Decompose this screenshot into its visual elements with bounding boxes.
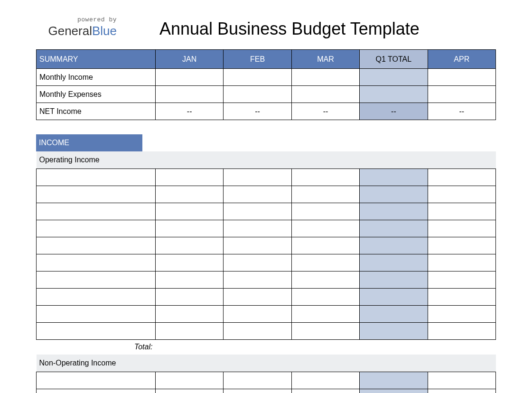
- cell[interactable]: [224, 372, 291, 389]
- cell[interactable]: [224, 203, 291, 220]
- cell[interactable]: [224, 186, 291, 203]
- cell[interactable]: [155, 220, 223, 237]
- logo-powered-text: powered by: [36, 16, 117, 23]
- cell[interactable]: [37, 168, 156, 186]
- cell[interactable]: [155, 69, 223, 86]
- cell[interactable]: [37, 271, 156, 288]
- cell[interactable]: [37, 237, 156, 254]
- cell-q[interactable]: [360, 220, 428, 237]
- cell[interactable]: [155, 186, 223, 203]
- cell-q[interactable]: [360, 372, 428, 389]
- cell[interactable]: [291, 186, 359, 203]
- cell[interactable]: [224, 305, 291, 322]
- cell[interactable]: [428, 288, 495, 305]
- cell[interactable]: [155, 305, 223, 322]
- cell-q[interactable]: [360, 86, 428, 103]
- page-title: Annual Business Budget Template: [131, 14, 496, 39]
- logo: powered by GeneralBlue: [36, 14, 117, 38]
- cell[interactable]: [37, 389, 156, 393]
- cell: --: [428, 103, 495, 120]
- cell[interactable]: [37, 203, 156, 220]
- table-row: [37, 305, 496, 322]
- cell[interactable]: [224, 69, 291, 86]
- cell[interactable]: [428, 220, 495, 237]
- cell[interactable]: [37, 254, 156, 271]
- cell[interactable]: [155, 322, 223, 339]
- table-row: [37, 254, 496, 271]
- table-row: [37, 372, 496, 389]
- cell[interactable]: [428, 389, 495, 393]
- cell[interactable]: [428, 254, 495, 271]
- cell[interactable]: [155, 168, 223, 186]
- cell[interactable]: [224, 237, 291, 254]
- cell[interactable]: [155, 86, 223, 103]
- cell[interactable]: [428, 271, 495, 288]
- col-feb: FEB: [224, 50, 291, 69]
- cell[interactable]: [37, 220, 156, 237]
- cell-q[interactable]: [360, 271, 428, 288]
- cell[interactable]: [291, 237, 359, 254]
- cell[interactable]: [291, 69, 359, 86]
- cell[interactable]: [291, 288, 359, 305]
- operating-income-heading: Operating Income: [37, 151, 496, 168]
- cell[interactable]: [224, 322, 291, 339]
- cell[interactable]: [224, 389, 291, 393]
- summary-row-net: NET Income -- -- -- -- --: [37, 103, 496, 120]
- cell[interactable]: [428, 69, 495, 86]
- table-row: [37, 203, 496, 220]
- cell-q[interactable]: [360, 237, 428, 254]
- cell[interactable]: [291, 220, 359, 237]
- cell[interactable]: [291, 372, 359, 389]
- cell[interactable]: [428, 186, 495, 203]
- table-row: [37, 220, 496, 237]
- cell-q[interactable]: [360, 69, 428, 86]
- cell-q[interactable]: [360, 186, 428, 203]
- cell[interactable]: [37, 322, 156, 339]
- cell[interactable]: [155, 288, 223, 305]
- cell[interactable]: [428, 168, 495, 186]
- cell[interactable]: [291, 305, 359, 322]
- cell[interactable]: [224, 168, 291, 186]
- cell[interactable]: [428, 237, 495, 254]
- cell-q[interactable]: [360, 322, 428, 339]
- cell[interactable]: [224, 288, 291, 305]
- cell[interactable]: [291, 389, 359, 393]
- non-operating-income-heading: Non-Operating Income: [37, 355, 496, 372]
- cell[interactable]: [155, 203, 223, 220]
- operating-total-row: Total:: [37, 339, 496, 355]
- cell[interactable]: [291, 271, 359, 288]
- cell[interactable]: [37, 288, 156, 305]
- cell[interactable]: [428, 372, 495, 389]
- cell[interactable]: [224, 254, 291, 271]
- cell-q[interactable]: [360, 389, 428, 393]
- cell: --: [291, 103, 359, 120]
- cell[interactable]: [224, 86, 291, 103]
- col-jan: JAN: [155, 50, 223, 69]
- cell[interactable]: [155, 271, 223, 288]
- cell-q[interactable]: [360, 203, 428, 220]
- row-label: NET Income: [37, 103, 156, 120]
- cell[interactable]: [155, 254, 223, 271]
- cell[interactable]: [291, 254, 359, 271]
- cell[interactable]: [291, 168, 359, 186]
- cell[interactable]: [155, 389, 223, 393]
- cell[interactable]: [224, 220, 291, 237]
- cell[interactable]: [291, 322, 359, 339]
- cell[interactable]: [37, 372, 156, 389]
- cell[interactable]: [291, 203, 359, 220]
- cell[interactable]: [37, 305, 156, 322]
- cell-q[interactable]: [360, 288, 428, 305]
- cell[interactable]: [37, 186, 156, 203]
- cell[interactable]: [291, 86, 359, 103]
- cell[interactable]: [155, 237, 223, 254]
- cell[interactable]: [224, 271, 291, 288]
- cell[interactable]: [428, 86, 495, 103]
- cell[interactable]: [428, 203, 495, 220]
- summary-row-expenses: Monthly Expenses: [37, 86, 496, 103]
- cell-q[interactable]: [360, 305, 428, 322]
- cell[interactable]: [155, 372, 223, 389]
- cell[interactable]: [428, 322, 495, 339]
- cell[interactable]: [428, 305, 495, 322]
- cell-q[interactable]: [360, 254, 428, 271]
- cell-q[interactable]: [360, 168, 428, 186]
